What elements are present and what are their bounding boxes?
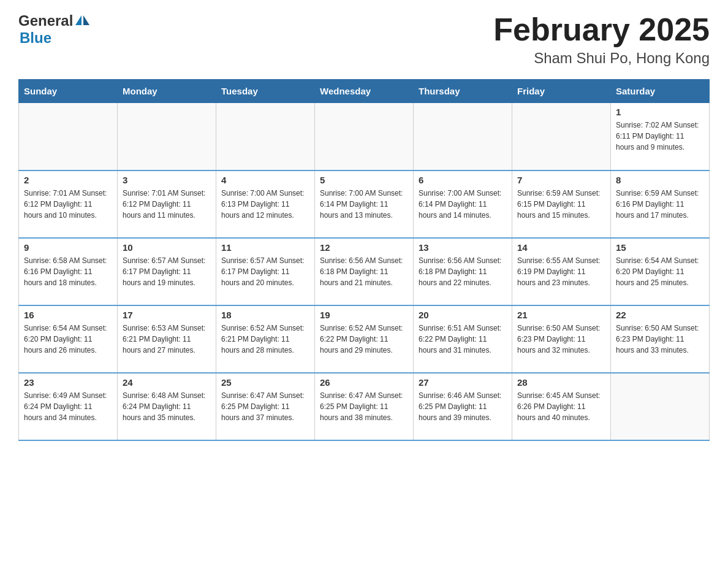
calendar-cell: 22Sunrise: 6:50 AM Sunset: 6:23 PM Dayli… [611,305,710,373]
weekday-header-monday: Monday [118,80,216,103]
calendar-cell: 3Sunrise: 7:01 AM Sunset: 6:12 PM Daylig… [118,170,216,238]
logo-blue-text: Blue [20,29,51,47]
calendar-cell [19,103,118,170]
day-info: Sunrise: 6:54 AM Sunset: 6:20 PM Dayligh… [616,255,704,288]
day-info: Sunrise: 6:56 AM Sunset: 6:18 PM Dayligh… [320,255,408,288]
day-info: Sunrise: 7:01 AM Sunset: 6:12 PM Dayligh… [123,188,211,221]
logo: General Blue [18,12,89,47]
calendar-cell [414,103,512,170]
weekday-header-friday: Friday [512,80,611,103]
weekday-header-wednesday: Wednesday [315,80,414,103]
day-info: Sunrise: 6:53 AM Sunset: 6:21 PM Dayligh… [123,323,211,356]
calendar-header: SundayMondayTuesdayWednesdayThursdayFrid… [19,80,710,103]
day-info: Sunrise: 6:51 AM Sunset: 6:22 PM Dayligh… [419,323,507,356]
day-number: 7 [517,175,605,185]
day-info: Sunrise: 7:02 AM Sunset: 6:11 PM Dayligh… [616,120,704,153]
calendar-cell: 11Sunrise: 6:57 AM Sunset: 6:17 PM Dayli… [216,238,315,305]
day-info: Sunrise: 6:55 AM Sunset: 6:19 PM Dayligh… [517,255,605,288]
calendar-week-row: 2Sunrise: 7:01 AM Sunset: 6:12 PM Daylig… [19,170,710,238]
calendar-cell: 4Sunrise: 7:00 AM Sunset: 6:13 PM Daylig… [216,170,315,238]
weekday-header-tuesday: Tuesday [216,80,315,103]
day-number: 27 [419,377,507,388]
calendar-cell: 10Sunrise: 6:57 AM Sunset: 6:17 PM Dayli… [118,238,216,305]
calendar-cell: 24Sunrise: 6:48 AM Sunset: 6:24 PM Dayli… [118,373,216,440]
day-info: Sunrise: 6:52 AM Sunset: 6:21 PM Dayligh… [221,323,309,356]
calendar-week-row: 9Sunrise: 6:58 AM Sunset: 6:16 PM Daylig… [19,238,710,305]
calendar-cell [216,103,315,170]
day-info: Sunrise: 7:00 AM Sunset: 6:13 PM Dayligh… [221,188,309,221]
weekday-header-thursday: Thursday [414,80,512,103]
day-number: 26 [320,377,408,388]
day-number: 15 [616,242,704,253]
calendar-cell [611,373,710,440]
day-number: 22 [616,310,704,320]
day-info: Sunrise: 6:57 AM Sunset: 6:17 PM Dayligh… [123,255,211,288]
calendar-cell: 12Sunrise: 6:56 AM Sunset: 6:18 PM Dayli… [315,238,414,305]
calendar-cell [315,103,414,170]
calendar-cell: 25Sunrise: 6:47 AM Sunset: 6:25 PM Dayli… [216,373,315,440]
calendar-body: 1Sunrise: 7:02 AM Sunset: 6:11 PM Daylig… [19,103,710,440]
calendar-cell: 5Sunrise: 7:00 AM Sunset: 6:14 PM Daylig… [315,170,414,238]
day-info: Sunrise: 6:52 AM Sunset: 6:22 PM Dayligh… [320,323,408,356]
day-info: Sunrise: 6:59 AM Sunset: 6:15 PM Dayligh… [517,188,605,221]
day-number: 24 [123,377,211,388]
calendar-cell: 26Sunrise: 6:47 AM Sunset: 6:25 PM Dayli… [315,373,414,440]
calendar-cell: 21Sunrise: 6:50 AM Sunset: 6:23 PM Dayli… [512,305,611,373]
day-number: 17 [123,310,211,320]
day-info: Sunrise: 6:47 AM Sunset: 6:25 PM Dayligh… [320,390,408,423]
day-number: 13 [419,242,507,253]
calendar-week-row: 1Sunrise: 7:02 AM Sunset: 6:11 PM Daylig… [19,103,710,170]
day-info: Sunrise: 7:00 AM Sunset: 6:14 PM Dayligh… [419,188,507,221]
calendar-cell: 18Sunrise: 6:52 AM Sunset: 6:21 PM Dayli… [216,305,315,373]
calendar-cell [512,103,611,170]
day-number: 25 [221,377,309,388]
calendar-cell: 17Sunrise: 6:53 AM Sunset: 6:21 PM Dayli… [118,305,216,373]
day-number: 19 [320,310,408,320]
day-info: Sunrise: 6:46 AM Sunset: 6:25 PM Dayligh… [419,390,507,423]
calendar-week-row: 23Sunrise: 6:49 AM Sunset: 6:24 PM Dayli… [19,373,710,440]
day-number: 28 [517,377,605,388]
day-info: Sunrise: 6:48 AM Sunset: 6:24 PM Dayligh… [123,390,211,423]
calendar-cell: 13Sunrise: 6:56 AM Sunset: 6:18 PM Dayli… [414,238,512,305]
calendar-cell: 14Sunrise: 6:55 AM Sunset: 6:19 PM Dayli… [512,238,611,305]
calendar-cell: 20Sunrise: 6:51 AM Sunset: 6:22 PM Dayli… [414,305,512,373]
calendar-week-row: 16Sunrise: 6:54 AM Sunset: 6:20 PM Dayli… [19,305,710,373]
day-number: 18 [221,310,309,320]
day-info: Sunrise: 6:50 AM Sunset: 6:23 PM Dayligh… [616,323,704,356]
day-info: Sunrise: 6:45 AM Sunset: 6:26 PM Dayligh… [517,390,605,423]
day-number: 20 [419,310,507,320]
weekday-header-row: SundayMondayTuesdayWednesdayThursdayFrid… [19,80,710,103]
calendar-cell [118,103,216,170]
calendar-cell: 19Sunrise: 6:52 AM Sunset: 6:22 PM Dayli… [315,305,414,373]
day-number: 3 [123,175,211,185]
logo-general-text: General [18,12,73,29]
weekday-header-saturday: Saturday [611,80,710,103]
calendar-cell: 6Sunrise: 7:00 AM Sunset: 6:14 PM Daylig… [414,170,512,238]
calendar-cell: 9Sunrise: 6:58 AM Sunset: 6:16 PM Daylig… [19,238,118,305]
day-number: 5 [320,175,408,185]
day-info: Sunrise: 6:58 AM Sunset: 6:16 PM Dayligh… [24,255,112,288]
day-number: 12 [320,242,408,253]
day-info: Sunrise: 6:54 AM Sunset: 6:20 PM Dayligh… [24,323,112,356]
calendar-table: SundayMondayTuesdayWednesdayThursdayFrid… [18,79,710,441]
calendar-cell: 15Sunrise: 6:54 AM Sunset: 6:20 PM Dayli… [611,238,710,305]
day-number: 9 [24,242,112,253]
day-number: 11 [221,242,309,253]
day-info: Sunrise: 6:49 AM Sunset: 6:24 PM Dayligh… [24,390,112,423]
day-number: 8 [616,175,704,185]
day-info: Sunrise: 6:56 AM Sunset: 6:18 PM Dayligh… [419,255,507,288]
calendar-cell: 7Sunrise: 6:59 AM Sunset: 6:15 PM Daylig… [512,170,611,238]
day-info: Sunrise: 7:00 AM Sunset: 6:14 PM Dayligh… [320,188,408,221]
day-info: Sunrise: 6:50 AM Sunset: 6:23 PM Dayligh… [517,323,605,356]
calendar-cell: 23Sunrise: 6:49 AM Sunset: 6:24 PM Dayli… [19,373,118,440]
calendar-cell: 27Sunrise: 6:46 AM Sunset: 6:25 PM Dayli… [414,373,512,440]
day-number: 10 [123,242,211,253]
page-header: General Blue February 2025 Sham Shui Po,… [18,12,710,67]
day-number: 23 [24,377,112,388]
calendar-cell: 28Sunrise: 6:45 AM Sunset: 6:26 PM Dayli… [512,373,611,440]
day-info: Sunrise: 6:47 AM Sunset: 6:25 PM Dayligh… [221,390,309,423]
calendar-cell: 8Sunrise: 6:59 AM Sunset: 6:16 PM Daylig… [611,170,710,238]
day-number: 16 [24,310,112,320]
day-number: 21 [517,310,605,320]
calendar-cell: 1Sunrise: 7:02 AM Sunset: 6:11 PM Daylig… [611,103,710,170]
